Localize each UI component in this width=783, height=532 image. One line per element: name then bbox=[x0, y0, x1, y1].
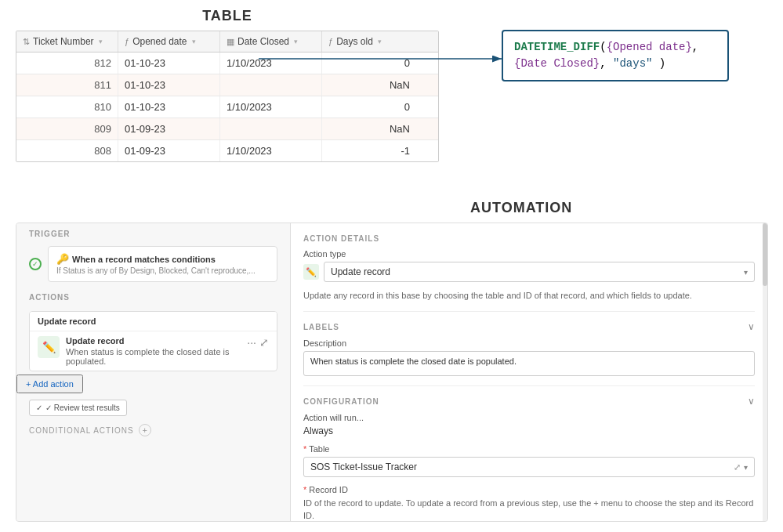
chevron-down-icon3: ▾ bbox=[744, 463, 748, 472]
ellipsis-icon[interactable]: ··· bbox=[247, 336, 256, 349]
cell-ticket-811: 811 bbox=[16, 74, 118, 96]
cell-closed-809 bbox=[220, 118, 322, 139]
record-id-label: Record ID bbox=[303, 485, 755, 494]
table-header: ⇅ Ticket Number ▾ ƒ Opened date ▾ ▦ Date… bbox=[16, 31, 438, 52]
cell-opened-808: 01-09-23 bbox=[118, 140, 220, 161]
collapse-icon[interactable]: ∨ bbox=[748, 321, 755, 332]
cell-opened-809: 01-09-23 bbox=[118, 118, 220, 139]
cell-days-812: 0 bbox=[322, 52, 416, 74]
external-link-icon: ⤢ bbox=[734, 462, 741, 472]
cell-days-808: -1 bbox=[322, 140, 416, 161]
update-record-icon: ✏️ bbox=[303, 264, 319, 280]
automation-title: AUTOMATION bbox=[470, 200, 768, 216]
update-record-card[interactable]: Update record ✏️ Update record When stat… bbox=[29, 311, 277, 371]
scrollbar-thumb[interactable] bbox=[763, 223, 767, 286]
formula-line2: {Date Closed}, "days" ) bbox=[514, 56, 716, 72]
scrollbar-track[interactable] bbox=[763, 223, 767, 521]
description-input[interactable]: When status is complete the closed date … bbox=[303, 351, 755, 376]
labels-title: LABELS bbox=[303, 323, 339, 331]
formula-line1: DATETIME_DIFF({Opened date}, bbox=[514, 39, 716, 56]
chevron-down-icon: ▾ bbox=[294, 38, 298, 45]
col-header-days[interactable]: ƒ Days old ▾ bbox=[322, 31, 416, 52]
action-type-row: ✏️ Update record ▾ bbox=[303, 262, 755, 282]
chevron-down-icon: ▾ bbox=[192, 38, 196, 45]
table-row: 812 01-10-23 1/10/2023 0 bbox=[16, 52, 438, 74]
check-circle-icon bbox=[29, 258, 42, 270]
cell-ticket-808: 808 bbox=[16, 140, 118, 161]
trigger-row: 🔑 When a record matches conditions If St… bbox=[16, 241, 290, 287]
cell-closed-812: 1/10/2023 bbox=[220, 52, 322, 74]
trigger-card-title: 🔑 When a record matches conditions bbox=[56, 253, 269, 265]
description-label: Description bbox=[303, 338, 755, 348]
cell-opened-812: 01-10-23 bbox=[118, 52, 220, 74]
cell-ticket-809: 809 bbox=[16, 118, 118, 139]
table-field-label: Table bbox=[303, 444, 755, 454]
cell-days-810: 0 bbox=[322, 96, 416, 118]
action-description: Update any record in this base by choosi… bbox=[303, 290, 755, 302]
table-select[interactable]: SOS Ticket-Issue Tracker ⤢ ▾ bbox=[303, 457, 755, 477]
action-details-title: ACTION DETAILS bbox=[303, 234, 755, 243]
trigger-card-sub: If Status is any of By Design, Blocked, … bbox=[56, 266, 269, 275]
checkmark-icon: ✓ bbox=[36, 404, 42, 412]
pencil-icon: ✏️ bbox=[38, 336, 60, 358]
trigger-label: TRIGGER bbox=[16, 223, 290, 241]
action-runs-label: Action will run... bbox=[303, 413, 755, 422]
chevron-down-icon: ▾ bbox=[378, 38, 382, 45]
cell-ticket-810: 810 bbox=[16, 96, 118, 118]
record-id-hint: ID of the record to update. To update a … bbox=[303, 498, 755, 521]
action-details-panel: ACTION DETAILS Action type ✏️ Update rec… bbox=[291, 223, 767, 521]
sort-icon: ⇅ bbox=[23, 37, 30, 47]
action-type-label: Action type bbox=[303, 249, 755, 259]
conditional-add-button[interactable]: + bbox=[139, 424, 151, 436]
expand-icon[interactable]: ⤢ bbox=[259, 336, 269, 349]
chevron-down-icon: ▾ bbox=[99, 38, 103, 45]
configuration-section-header: CONFIGURATION ∨ bbox=[303, 396, 755, 407]
action-type-select[interactable]: Update record ▾ bbox=[324, 262, 755, 282]
always-value: Always bbox=[303, 425, 755, 436]
col-header-ticket[interactable]: ⇅ Ticket Number ▾ bbox=[16, 31, 118, 52]
conditional-actions-row: CONDITIONAL ACTIONS + bbox=[16, 419, 290, 441]
update-record-body: ✏️ Update record When status is complete… bbox=[30, 331, 277, 371]
cell-ticket-812: 812 bbox=[16, 52, 118, 74]
cell-opened-811: 01-10-23 bbox=[118, 74, 220, 96]
add-action-button[interactable]: + Add action bbox=[16, 375, 83, 393]
configuration-title: CONFIGURATION bbox=[303, 397, 379, 406]
review-test-results-button[interactable]: ✓ ✓ Review test results bbox=[29, 400, 127, 416]
update-record-card-actions: ··· ⤢ bbox=[247, 336, 269, 349]
col-header-opened[interactable]: ƒ Opened date ▾ bbox=[118, 31, 220, 52]
automation-section: AUTOMATION TRIGGER 🔑 When a record match… bbox=[16, 200, 768, 522]
formula-box: DATETIME_DIFF({Opened date}, {Date Close… bbox=[502, 30, 729, 81]
table-row: 809 01-09-23 NaN bbox=[16, 118, 438, 140]
cell-days-809: NaN bbox=[322, 118, 416, 139]
cell-closed-808: 1/10/2023 bbox=[220, 140, 322, 161]
update-record-card-header: Update record bbox=[30, 312, 277, 331]
trigger-card[interactable]: 🔑 When a record matches conditions If St… bbox=[48, 246, 277, 282]
airtable-table: ⇅ Ticket Number ▾ ƒ Opened date ▾ ▦ Date… bbox=[16, 31, 439, 162]
formula-icon: ƒ bbox=[125, 37, 129, 46]
table-row: 811 01-10-23 NaN bbox=[16, 74, 438, 96]
divider2 bbox=[303, 385, 755, 386]
table-row: 810 01-10-23 1/10/2023 0 bbox=[16, 96, 438, 118]
table-row: 808 01-09-23 1/10/2023 -1 bbox=[16, 140, 438, 161]
cell-closed-810: 1/10/2023 bbox=[220, 96, 322, 118]
actions-section: Update record ✏️ Update record When stat… bbox=[16, 305, 290, 396]
table-title: TABLE bbox=[16, 8, 439, 24]
cell-opened-810: 01-10-23 bbox=[118, 96, 220, 118]
automation-container: TRIGGER 🔑 When a record matches conditio… bbox=[16, 223, 768, 522]
actions-label: ACTIONS bbox=[16, 287, 290, 305]
labels-section-header: LABELS ∨ bbox=[303, 321, 755, 332]
collapse-icon2[interactable]: ∨ bbox=[748, 396, 755, 407]
chevron-down-icon: ▾ bbox=[744, 268, 748, 277]
calendar-icon: ▦ bbox=[227, 37, 234, 47]
cell-days-811: NaN bbox=[322, 74, 416, 96]
update-record-text: Update record When status is complete th… bbox=[66, 336, 241, 366]
conditional-label: CONDITIONAL ACTIONS bbox=[29, 426, 134, 435]
formula-icon-days: ƒ bbox=[328, 37, 333, 46]
col-header-closed[interactable]: ▦ Date Closed ▾ bbox=[220, 31, 322, 52]
table-section: TABLE ⇅ Ticket Number ▾ ƒ Opened date ▾ … bbox=[16, 8, 439, 162]
cell-closed-811 bbox=[220, 74, 322, 96]
workflow-panel: TRIGGER 🔑 When a record matches conditio… bbox=[16, 223, 291, 521]
divider bbox=[303, 311, 755, 312]
key-icon: 🔑 bbox=[56, 253, 69, 265]
